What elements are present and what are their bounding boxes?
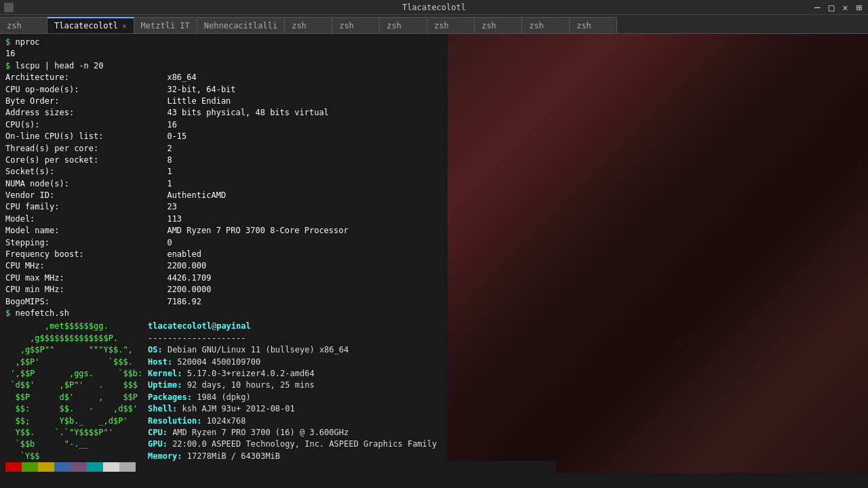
stepping: Stepping: 0 (5, 237, 551, 249)
main-content: $ nproc 16 $ lscpu | head -n 20 Architec… (0, 34, 868, 473)
ascii-line: ,g$$$$$$$$$$$$$$P. (5, 333, 148, 344)
neofetch-resolution: Resolution: 1024x768 (148, 415, 556, 427)
color-swatch (87, 462, 103, 472)
neofetch-separator: -------------------- (148, 333, 556, 344)
tab-zsh-9[interactable]: zsh (522, 17, 570, 33)
vendor-id: Vendor ID: AuthenticAMD (5, 190, 551, 201)
ascii-line: $$; Y$b._ _,d$P' (5, 415, 148, 427)
ascii-line: ',$$P ,ggs. `$$b: (5, 368, 148, 380)
cpu-op-modes: CPU op-mode(s): 32-bit, 64-bit (5, 84, 551, 96)
ascii-line: $$: $$. - ,d$$' (5, 403, 148, 415)
ascii-line: `d$$' ,$P"' . $$$ (5, 380, 148, 391)
tab-zsh-5[interactable]: zsh (332, 17, 380, 33)
nproc-command: $ nproc (5, 37, 551, 48)
sockets: Socket(s): 1 (5, 166, 551, 178)
color-swatch (5, 462, 22, 472)
ascii-line: Y$$. `.`"Y$$$$P"' (5, 427, 148, 439)
terminal-icon (4, 3, 14, 12)
window-title: Tlacatecolotl (402, 3, 466, 12)
titlebar-controls: ─ □ ✕ ⊞ (811, 1, 868, 14)
neofetch-output: ,met$$$$$$gg. ,g$$$$$$$$$$$$$$P. ,g$$P""… (5, 321, 551, 473)
neofetch-packages: Packages: 1984 (dpkg) (148, 392, 556, 403)
threads-per-core: Thread(s) per core: 2 (5, 143, 551, 155)
tab-zsh-0[interactable]: zsh (0, 17, 47, 33)
cpu-mhz: CPU MHz: 2200.000 (5, 260, 551, 272)
neofetch-uptime: Uptime: 92 days, 10 hours, 25 mins (148, 380, 556, 391)
tab-zsh-10[interactable]: zsh (570, 17, 617, 33)
colorbar (0, 461, 556, 473)
tab-zsh-8[interactable]: zsh (475, 17, 522, 33)
neofetch-cpu: CPU: AMD Ryzen 7 PRO 3700 (16) @ 3.600GH… (148, 427, 556, 439)
ascii-art: ,met$$$$$$gg. ,g$$$$$$$$$$$$$$P. ,g$$P""… (5, 321, 148, 473)
color-swatch (38, 462, 54, 472)
neofetch-shell: Shell: ksh AJM 93u+ 2012-08-01 (148, 403, 556, 415)
cpu-max-mhz: CPU max MHz: 4426.1709 (5, 272, 551, 284)
ascii-line: ,$$P' `$$$. (5, 357, 148, 368)
ascii-line: ,g$$P"" """Y$$.", (5, 344, 148, 356)
cores-per-socket: Core(s) per socket: 8 (5, 155, 551, 166)
tab-tlacatecolotl-1[interactable]: Tlacatecolotl✕ (47, 17, 134, 33)
titlebar: Tlacatecolotl ─ □ ✕ ⊞ (0, 0, 868, 15)
ascii-line: $$P d$' , $$P (5, 392, 148, 403)
tab-metztli-it-2[interactable]: Metztli IT (134, 17, 197, 33)
tabsbar: zshTlacatecolotl✕Metztli ITNehnecacitlal… (0, 15, 868, 34)
info-panel: tlacatecolotl@payinal ------------------… (148, 321, 556, 473)
color-swatch (103, 462, 119, 472)
tab-zsh-7[interactable]: zsh (427, 17, 475, 33)
ascii-line: ,met$$$$$$gg. (5, 321, 148, 332)
titlebar-left (0, 3, 14, 12)
close-button[interactable]: ✕ (839, 1, 851, 14)
lscpu-command: $ lscpu | head -n 20 (5, 60, 551, 72)
cpus: CPU(s): 16 (5, 119, 551, 131)
ascii-line: `$$b "-.__ (5, 439, 148, 450)
tab-nehnecacitlalli-3[interactable]: Nehnecacitlalli (197, 17, 285, 33)
freq-boost: Frequency boost: enabled (5, 249, 551, 260)
minimize-button[interactable]: ─ (811, 1, 823, 14)
layout-button[interactable]: ⊞ (853, 1, 865, 14)
numa-nodes: NUMA node(s): 1 (5, 178, 551, 190)
color-swatch (119, 462, 136, 472)
tab-close-button[interactable]: ✕ (122, 22, 127, 30)
cpu-family: CPU family: 23 (5, 201, 551, 213)
neofetch-command: $ neofetch.sh (5, 308, 551, 319)
terminal[interactable]: $ nproc 16 $ lscpu | head -n 20 Architec… (0, 34, 556, 473)
nproc-result: 16 (5, 48, 551, 60)
maximize-button[interactable]: □ (825, 1, 837, 14)
neofetch-os: OS: Debian GNU/Linux 11 (bullseye) x86_6… (148, 344, 556, 356)
color-swatch (54, 462, 71, 472)
neofetch-userhost: tlacatecolotl@payinal (148, 321, 556, 332)
color-swatch (71, 462, 87, 472)
address-sizes: Address sizes: 43 bits physical, 48 bits… (5, 107, 551, 119)
bogomips: BogoMIPS: 7186.92 (5, 296, 551, 308)
byte-order: Byte Order: Little Endian (5, 96, 551, 107)
cpu-min-mhz: CPU min MHz: 2200.0000 (5, 284, 551, 296)
neofetch-gpu: GPU: 22:00.0 ASPEED Technology, Inc. ASP… (148, 439, 556, 450)
tab-zsh-6[interactable]: zsh (380, 17, 427, 33)
cpu-architecture: Architecture: x86_64 (5, 72, 551, 83)
online-cpu-list: On-line CPU(s) list: 0-15 (5, 131, 551, 142)
tab-zsh-4[interactable]: zsh (285, 17, 332, 33)
model-name: Model name: AMD Ryzen 7 PRO 3700 8-Core … (5, 225, 551, 237)
neofetch-host: Host: 520004 4500109700 (148, 357, 556, 368)
model: Model: 113 (5, 214, 551, 225)
color-swatch (22, 462, 38, 472)
neofetch-kernel: Kernel: 5.17.0-3+reizer4.0.2-amd64 (148, 368, 556, 380)
